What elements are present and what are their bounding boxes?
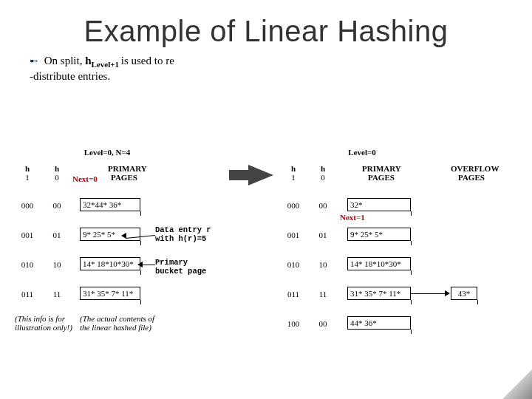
left-r1-h1: 001 [15, 231, 40, 239]
sub-line2: -distribute entries. [30, 70, 110, 82]
left-next: Next=0 [72, 174, 98, 183]
sub-pre: On split, [44, 55, 85, 66]
right-r4-h1: 100 [281, 319, 306, 328]
left-h0-sub: 0 [55, 173, 59, 182]
sub-func: h [85, 55, 91, 66]
left-phead2: PAGES [111, 173, 137, 182]
arrow-tail [229, 170, 248, 180]
left-r0-h0: 00 [44, 201, 69, 210]
right-h0-sub: 0 [321, 173, 325, 182]
sub-subscript: Level+1 [92, 60, 121, 69]
right-r2-h0: 10 [310, 260, 335, 269]
right-r1-h0: 01 [310, 231, 335, 239]
right-ohead: OVERFLOW [451, 164, 499, 173]
left-annot1b: with h(r)=5 [155, 234, 206, 243]
left-annot1: Data entry r with h(r)=5 [155, 226, 211, 243]
right-r3-page: 31* 35* 7* 11* [347, 287, 411, 300]
right-ohead2: PAGES [458, 173, 485, 182]
right-phead2: PAGES [368, 173, 395, 182]
right-r1-h1: 001 [281, 231, 306, 239]
sub-mid: is used to re [121, 55, 174, 66]
left-r2-h1: 010 [15, 260, 40, 269]
left-foot1: (This info is for illustration only!) [15, 314, 81, 332]
left-phead: PRIMARY [108, 164, 147, 173]
left-r1-page: 9* 25* 5* [80, 228, 140, 241]
diagram-stage: Level=0, N=4 h 1 h 0 Next=0 PRIMARY PAGE… [15, 148, 517, 384]
left-h0-head: h 0 [44, 164, 69, 182]
right-r3-h0: 11 [310, 290, 335, 299]
left-r3-page: 31* 35* 7* 11* [80, 287, 140, 300]
right-next: Next=1 [340, 213, 365, 222]
subtitle: ➸ On split, hLevel+1 is used to re -dist… [0, 48, 532, 84]
left-h1-head: h 1 [15, 164, 40, 182]
right-r1-page: 9* 25* 5* [347, 228, 411, 241]
left-annot2: Primary bucket page [155, 259, 206, 276]
right-arrow-icon [248, 165, 273, 185]
left-annot1a: Data entry r [155, 225, 211, 234]
right-caption: Level=0 [332, 148, 392, 157]
right-h0-label: h [321, 164, 325, 173]
right-r0-page: 32* [347, 198, 411, 211]
page-title: Example of Linear Hashing [0, 0, 532, 48]
left-r0-page: 32*44* 36* [80, 198, 140, 211]
left-h1-sub: 1 [25, 173, 30, 182]
left-foot2: (The actual contents of the linear hashe… [80, 314, 161, 332]
left-h1-label: h [25, 164, 30, 173]
left-caption: Level=0, N=4 [66, 148, 148, 157]
right-r0-h0: 00 [310, 201, 335, 210]
left-h0-label: h [55, 164, 59, 173]
left-annot2b: bucket page [155, 267, 206, 276]
right-r4-page: 44* 36* [347, 316, 411, 330]
right-r0-h1: 000 [281, 201, 306, 210]
right-r3-h1: 011 [281, 290, 306, 299]
left-r2-h0: 10 [44, 260, 69, 269]
right-phead: PRIMARY [362, 164, 401, 173]
right-r4-h0: 00 [310, 319, 335, 328]
right-h1-sub: 1 [291, 173, 296, 182]
right-overflow-page: 43* [451, 287, 477, 300]
left-r0-h1: 000 [15, 201, 40, 210]
right-h1-head: h 1 [281, 164, 306, 182]
left-r2-page: 14* 18*10*30* [80, 257, 140, 270]
left-r3-h1: 011 [15, 290, 40, 299]
right-r2-page: 14* 18*10*30* [347, 257, 411, 270]
bullet-icon: ➸ [30, 55, 38, 66]
left-r1-h0: 01 [44, 231, 69, 239]
left-r3-h0: 11 [44, 290, 69, 299]
right-r2-h1: 010 [281, 260, 306, 269]
right-h0-head: h 0 [310, 164, 335, 182]
left-annot2a: Primary [155, 258, 188, 267]
right-h1-label: h [291, 164, 296, 173]
